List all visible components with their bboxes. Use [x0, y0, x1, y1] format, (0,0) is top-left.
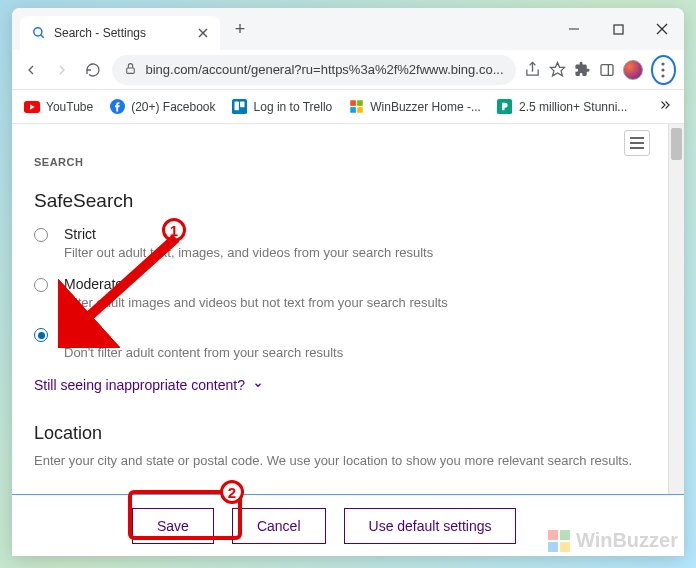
svg-rect-5 [614, 25, 623, 34]
svg-line-1 [41, 35, 44, 38]
back-button[interactable] [20, 56, 43, 84]
radio-button[interactable] [34, 278, 48, 292]
bookmark-label: Log in to Trello [254, 100, 333, 114]
share-icon[interactable] [524, 60, 541, 80]
browser-window: Search - Settings + bing.com/account/gen… [12, 8, 684, 556]
svg-rect-24 [350, 107, 356, 113]
svg-rect-21 [240, 102, 244, 108]
titlebar: Search - Settings + [12, 8, 684, 50]
lock-icon [124, 62, 137, 78]
bookmark-facebook[interactable]: (20+) Facebook [109, 99, 215, 115]
bookmark-pexels[interactable]: 2.5 million+ Stunni... [497, 99, 627, 115]
radio-button[interactable] [34, 328, 48, 342]
bookmark-trello[interactable]: Log in to Trello [232, 99, 333, 115]
minimize-button[interactable] [552, 12, 596, 46]
browser-menu-button[interactable] [651, 55, 676, 85]
section-label: SEARCH [34, 156, 646, 168]
winbuzzer-icon [348, 99, 364, 115]
radio-description: Don't filter adult content from your sea… [64, 344, 646, 362]
sidepanel-icon[interactable] [599, 60, 615, 80]
radio-option-moderate[interactable]: Moderate Filter adult images and videos … [34, 276, 646, 312]
svg-point-14 [662, 68, 665, 71]
svg-marker-10 [550, 62, 564, 75]
radio-label: Moderate [64, 276, 646, 292]
svg-rect-23 [357, 100, 363, 106]
hamburger-menu-button[interactable] [624, 130, 650, 156]
reload-button[interactable] [82, 56, 105, 84]
profile-avatar[interactable] [623, 60, 643, 80]
settings-footer: Save Cancel Use default settings [12, 494, 684, 556]
page-content-area: SEARCH SafeSearch Strict Filter out adul… [12, 124, 684, 556]
inappropriate-content-link[interactable]: Still seeing inappropriate content? [34, 377, 646, 393]
link-text: Still seeing inappropriate content? [34, 377, 245, 393]
radio-option-strict[interactable]: Strict Filter out adult text, images, an… [34, 226, 646, 262]
url-text: bing.com/account/general?ru=https%3a%2f%… [145, 62, 503, 77]
bookmark-winbuzzer[interactable]: WinBuzzer Home -... [348, 99, 481, 115]
svg-rect-20 [235, 102, 239, 111]
facebook-icon [109, 99, 125, 115]
bookmark-label: YouTube [46, 100, 93, 114]
window-close-button[interactable] [640, 12, 684, 46]
radio-label: Strict [64, 226, 646, 242]
youtube-icon [24, 99, 40, 115]
radio-label: Off [64, 326, 646, 342]
tab-title: Search - Settings [54, 26, 146, 40]
url-box[interactable]: bing.com/account/general?ru=https%3a%2f%… [112, 55, 515, 85]
svg-rect-25 [357, 107, 363, 113]
maximize-button[interactable] [596, 12, 640, 46]
cancel-button[interactable]: Cancel [232, 508, 326, 544]
trello-icon [232, 99, 248, 115]
radio-button[interactable] [34, 228, 48, 242]
bookmarks-bar: YouTube (20+) Facebook Log in to Trello … [12, 90, 684, 124]
close-icon[interactable] [196, 26, 210, 40]
bookmark-youtube[interactable]: YouTube [24, 99, 93, 115]
location-title: Location [34, 423, 646, 444]
svg-rect-11 [601, 64, 613, 75]
chevron-down-icon [253, 380, 263, 390]
bookmark-label: (20+) Facebook [131, 100, 215, 114]
pexels-icon [497, 99, 513, 115]
scrollbar-thumb[interactable] [671, 128, 682, 160]
address-bar: bing.com/account/general?ru=https%3a%2f%… [12, 50, 684, 90]
use-default-settings-button[interactable]: Use default settings [344, 508, 517, 544]
svg-rect-19 [232, 99, 247, 114]
svg-rect-22 [350, 100, 356, 106]
svg-point-13 [662, 62, 665, 65]
new-tab-button[interactable]: + [226, 15, 254, 43]
window-controls [552, 12, 684, 46]
forward-button[interactable] [51, 56, 74, 84]
radio-option-off[interactable]: Off Don't filter adult content from your… [34, 326, 646, 362]
location-description: Enter your city and state or postal code… [34, 452, 646, 470]
settings-page: SEARCH SafeSearch Strict Filter out adul… [12, 124, 668, 556]
star-icon[interactable] [549, 60, 566, 80]
svg-point-15 [662, 74, 665, 77]
search-icon [32, 26, 46, 40]
bookmarks-overflow[interactable] [658, 98, 672, 115]
radio-description: Filter adult images and videos but not t… [64, 294, 646, 312]
scrollbar[interactable] [668, 124, 684, 556]
svg-point-0 [34, 28, 42, 36]
save-button[interactable]: Save [132, 508, 214, 544]
safesearch-title: SafeSearch [34, 190, 646, 212]
radio-description: Filter out adult text, images, and video… [64, 244, 646, 262]
location-section: Location Enter your city and state or po… [34, 423, 646, 470]
svg-rect-8 [127, 67, 135, 72]
browser-tab[interactable]: Search - Settings [20, 16, 220, 50]
bookmark-label: 2.5 million+ Stunni... [519, 100, 627, 114]
bookmark-label: WinBuzzer Home -... [370, 100, 481, 114]
extensions-icon[interactable] [574, 60, 591, 80]
safesearch-radio-group: Strict Filter out adult text, images, an… [34, 226, 646, 363]
